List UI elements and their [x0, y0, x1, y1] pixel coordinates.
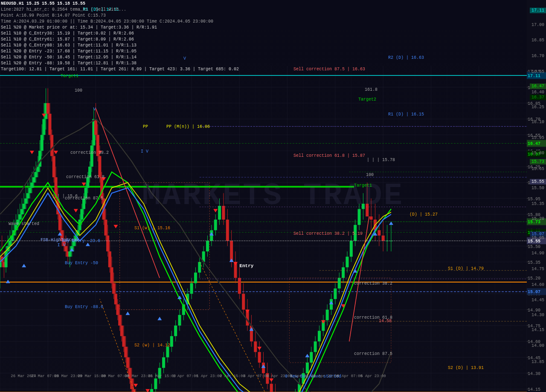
chart-canvas [0, 0, 546, 392]
x-axis: 26 Mar 202427 Mar 07:0028 Mar 23:0029 Ma… [0, 371, 546, 379]
chart-container: MARKETS TRADE 17.1117.0016.8516.7016.551… [0, 0, 546, 392]
